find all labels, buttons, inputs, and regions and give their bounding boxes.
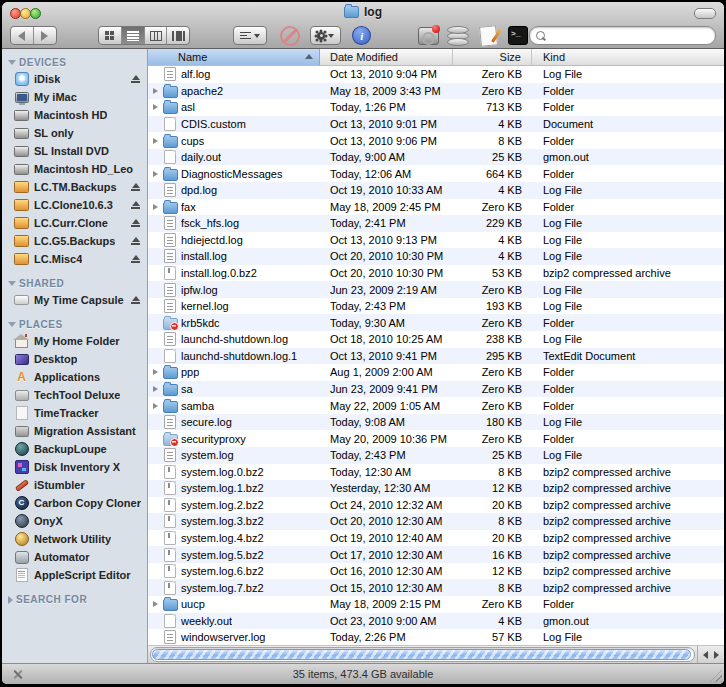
file-row[interactable]: windowserver.logToday, 2:26 PM57 KBLog F… (148, 629, 724, 645)
sidebar-item-applescript-editor[interactable]: AppleScript Editor (2, 566, 147, 584)
icon-view-button[interactable] (99, 27, 122, 44)
column-header-name[interactable]: Name (148, 49, 320, 65)
file-row[interactable]: system.log.3.bz2Oct 20, 2010 12:30 AM8 K… (148, 513, 724, 530)
file-row[interactable]: hdiejectd.logOct 13, 2010 9:13 PM4 KBLog… (148, 232, 724, 249)
column-header-date-modified[interactable]: Date Modified (320, 49, 453, 65)
sidebar-item-lc-misc4[interactable]: LC.Misc4 (2, 250, 147, 268)
file-row[interactable]: launchd-shutdown.logOct 18, 2010 10:25 A… (148, 331, 724, 348)
scroll-left-button[interactable] (703, 651, 708, 659)
file-row[interactable]: cupsOct 13, 2010 9:06 PM8 KBFolder (148, 132, 724, 149)
eject-button[interactable] (131, 255, 140, 263)
sidebar-section-shared[interactable]: SHARED (2, 276, 147, 291)
sidebar-item-timetracker[interactable]: TimeTracker (2, 404, 147, 422)
file-row[interactable]: uucpMay 18, 2009 2:15 PMZero KBFolder (148, 596, 724, 613)
file-row[interactable]: system.log.6.bz2Oct 16, 2010 12:30 AM12 … (148, 563, 724, 580)
disclosure-triangle-icon[interactable] (153, 386, 162, 392)
sidebar-item-lc-g5-backups[interactable]: LC.G5.Backups (2, 232, 147, 250)
title-bar[interactable]: log (2, 2, 724, 23)
disclosure-triangle-icon[interactable] (153, 403, 162, 409)
disk-stack-button[interactable] (447, 25, 469, 47)
sidebar-item-techtool-deluxe[interactable]: TechTool Deluxe (2, 386, 147, 404)
file-row[interactable]: system.log.4.bz2Oct 19, 2010 12:40 AM20 … (148, 530, 724, 547)
sidebar-item-my-home-folder[interactable]: My Home Folder (2, 332, 147, 350)
file-row[interactable]: secure.logToday, 9:08 AM180 KBLog File (148, 414, 724, 431)
disclosure-triangle-icon[interactable] (8, 596, 13, 604)
sidebar-item-lc-tm-backups[interactable]: LC.TM.Backups (2, 178, 147, 196)
sidebar-item-disk-inventory-x[interactable]: Disk Inventory X (2, 458, 147, 476)
file-row[interactable]: krb5kdcToday, 9:30 AMZero KBFolder (148, 314, 724, 331)
column-header-size[interactable]: Size (453, 49, 532, 65)
info-button[interactable]: i (352, 26, 371, 45)
terminal-button[interactable]: >_ (507, 25, 529, 47)
disclosure-triangle-icon[interactable] (8, 60, 16, 65)
sidebar-section-search-for[interactable]: SEARCH FOR (2, 592, 147, 607)
disk-repair-button[interactable] (417, 25, 439, 47)
sidebar-item-lc-curr-clone[interactable]: LC.Curr.Clone (2, 214, 147, 232)
sidebar-item-migration-assistant[interactable]: Migration Assistant (2, 422, 147, 440)
file-row[interactable]: system.log.5.bz2Oct 17, 2010 12:30 AM16 … (148, 546, 724, 563)
sidebar-item-my-time-capsule[interactable]: My Time Capsule (2, 291, 147, 309)
coverflow-view-button[interactable] (167, 27, 189, 44)
file-row[interactable]: system.logToday, 2:43 PM25 KBLog File (148, 447, 724, 464)
file-row[interactable]: alf.logOct 13, 2010 9:04 PMZero KBLog Fi… (148, 66, 724, 83)
disclosure-triangle-icon[interactable] (153, 88, 162, 94)
sidebar-item-my-imac[interactable]: My iMac (2, 88, 147, 106)
file-row[interactable]: apache2May 18, 2009 3:43 PMZero KBFolder (148, 83, 724, 100)
disclosure-triangle-icon[interactable] (153, 171, 162, 177)
sidebar-item-sl-only[interactable]: SL only (2, 124, 147, 142)
sidebar-item-lc-clone10-6-3[interactable]: LC.Clone10.6.3 (2, 196, 147, 214)
file-row[interactable]: system.log.7.bz2Oct 15, 2010 12:30 AM8 K… (148, 579, 724, 596)
file-row[interactable]: launchd-shutdown.log.1Oct 13, 2010 9:41 … (148, 348, 724, 365)
file-row[interactable]: system.log.2.bz2Oct 24, 2010 12:32 AM20 … (148, 497, 724, 514)
file-row[interactable]: DiagnosticMessagesToday, 12:06 AM664 KBF… (148, 165, 724, 182)
file-row[interactable]: faxMay 18, 2009 2:45 PMZero KBFolder (148, 199, 724, 216)
disclosure-triangle-icon[interactable] (153, 369, 162, 375)
file-row[interactable]: install.logOct 20, 2010 10:30 PM4 KBLog … (148, 248, 724, 265)
list-view-button[interactable] (122, 27, 145, 44)
prohibit-button[interactable] (280, 26, 300, 46)
disclosure-triangle-icon[interactable] (153, 138, 162, 144)
file-row[interactable]: kernel.logToday, 2:43 PM193 KBLog File (148, 298, 724, 315)
file-row[interactable]: dpd.logOct 19, 2010 10:33 AM4 KBLog File (148, 182, 724, 199)
eject-button[interactable] (131, 296, 140, 304)
sidebar-item-macintosh-hd-leo[interactable]: Macintosh HD_Leo (2, 160, 147, 178)
sidebar-item-desktop[interactable]: Desktop (2, 350, 147, 368)
file-row[interactable]: saJun 23, 2009 9:41 PMZero KBFolder (148, 381, 724, 398)
file-row[interactable]: CDIS.customOct 13, 2010 9:01 PM4 KBDocum… (148, 116, 724, 133)
file-row[interactable]: securityproxyMay 20, 2009 10:36 PMZero K… (148, 430, 724, 447)
disclosure-triangle-icon[interactable] (153, 104, 162, 110)
search-field[interactable] (529, 26, 716, 45)
file-row[interactable]: system.log.0.bz2Today, 12:30 AM8 KBbzip2… (148, 464, 724, 481)
eject-button[interactable] (131, 201, 140, 209)
sidebar-item-network-utility[interactable]: Network Utility (2, 530, 147, 548)
file-row[interactable]: fsck_hfs.logToday, 2:41 PM229 KBLog File (148, 215, 724, 232)
eject-button[interactable] (131, 75, 140, 83)
disclosure-triangle-icon[interactable] (8, 322, 16, 327)
sidebar-item-idisk[interactable]: iDisk (2, 70, 147, 88)
action-menu-button[interactable] (310, 26, 341, 45)
sidebar-item-macintosh-hd[interactable]: Macintosh HD (2, 106, 147, 124)
sidebar-item-applications[interactable]: AApplications (2, 368, 147, 386)
eject-button[interactable] (131, 183, 140, 191)
sidebar-item-sl-install-dvd[interactable]: SL Install DVD (2, 142, 147, 160)
eject-button[interactable] (131, 219, 140, 227)
disclosure-triangle-icon[interactable] (8, 281, 16, 286)
toolbar-hide-button[interactable] (694, 8, 716, 19)
file-row[interactable]: install.log.0.bz2Oct 20, 2010 10:30 PM53… (148, 265, 724, 282)
file-row[interactable]: daily.outToday, 9:00 AM25 KBgmon.out (148, 149, 724, 166)
file-row[interactable]: aslToday, 1:26 PM713 KBFolder (148, 99, 724, 116)
sidebar-item-backuploupe[interactable]: BackupLoupe (2, 440, 147, 458)
scrollbar-thumb[interactable] (152, 649, 691, 660)
sidebar-section-places[interactable]: PLACES (2, 317, 147, 332)
file-row[interactable]: system.log.1.bz2Yesterday, 12:30 AM12 KB… (148, 480, 724, 497)
file-row[interactable]: ipfw.logJun 23, 2009 2:19 AMZero KBLog F… (148, 281, 724, 298)
sidebar-item-carbon-copy-cloner[interactable]: Carbon Copy Cloner (2, 494, 147, 512)
edit-document-button[interactable] (477, 25, 499, 47)
search-input[interactable] (549, 29, 709, 43)
disclosure-triangle-icon[interactable] (153, 601, 162, 607)
file-row[interactable]: sambaMay 22, 2009 1:05 AMZero KBFolder (148, 397, 724, 414)
sidebar-item-automator[interactable]: Automator (2, 548, 147, 566)
scroll-right-button[interactable] (714, 651, 719, 659)
forward-button[interactable] (34, 27, 56, 44)
eject-button[interactable] (131, 237, 140, 245)
